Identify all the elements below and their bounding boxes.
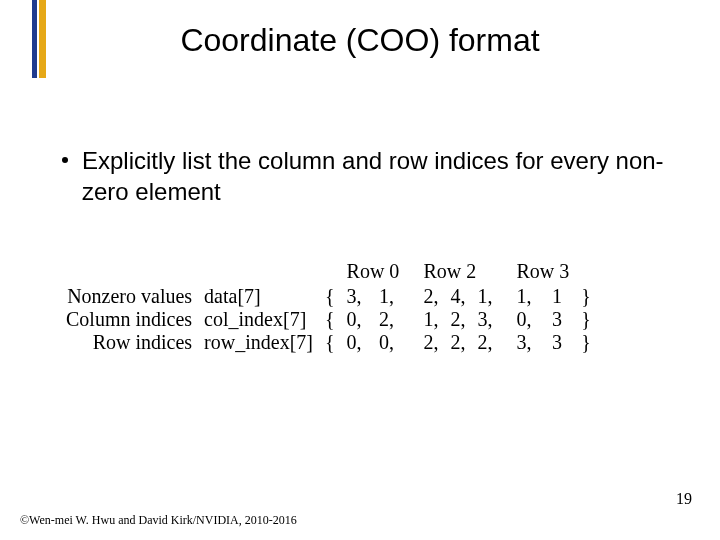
- cell: 2,: [373, 308, 405, 331]
- cell: 2,: [444, 308, 471, 331]
- slide-number: 19: [676, 490, 692, 508]
- cell: 1: [546, 285, 575, 308]
- cell: 0,: [373, 331, 405, 354]
- coo-table: Row 0 Row 2 Row 3 Nonzero values data[7]…: [60, 260, 597, 354]
- bullet-dot-icon: [62, 157, 68, 163]
- data-row-values: Nonzero values data[7] { 3, 1, 2, 4, 1, …: [60, 285, 597, 308]
- cell: 1,: [471, 285, 498, 308]
- brace-close: }: [575, 331, 597, 354]
- cell: 3,: [471, 308, 498, 331]
- brace-open: {: [319, 331, 341, 354]
- cell: 2,: [444, 331, 471, 354]
- bullet-row: Explicitly list the column and row indic…: [62, 145, 698, 207]
- data-row-col-indices: Column indices col_index[7] { 0, 2, 1, 2…: [60, 308, 597, 331]
- cell: 1,: [510, 285, 546, 308]
- slide-title: Coordinate (COO) format: [0, 22, 720, 59]
- group-header-0: Row 0: [341, 260, 406, 285]
- brace-open: {: [319, 308, 341, 331]
- data-row-row-indices: Row indices row_index[7] { 0, 0, 2, 2, 2…: [60, 331, 597, 354]
- coo-table-wrap: Row 0 Row 2 Row 3 Nonzero values data[7]…: [60, 260, 597, 354]
- group-header-2: Row 3: [510, 260, 575, 285]
- brace-close: }: [575, 285, 597, 308]
- row-label: Nonzero values: [60, 285, 198, 308]
- cell: 4,: [444, 285, 471, 308]
- bullet-block: Explicitly list the column and row indic…: [62, 145, 698, 207]
- cell: 0,: [510, 308, 546, 331]
- brace-open: {: [319, 285, 341, 308]
- group-header-1: Row 2: [417, 260, 498, 285]
- bullet-text: Explicitly list the column and row indic…: [82, 145, 698, 207]
- cell: 3: [546, 308, 575, 331]
- row-label: Column indices: [60, 308, 198, 331]
- cell: 3: [546, 331, 575, 354]
- copyright: ©Wen-mei W. Hwu and David Kirk/NVIDIA, 2…: [20, 513, 297, 528]
- array-name: row_index[7]: [198, 331, 319, 354]
- cell: 3,: [341, 285, 373, 308]
- group-header-row: Row 0 Row 2 Row 3: [60, 260, 597, 285]
- cell: 2,: [471, 331, 498, 354]
- cell: 2,: [417, 285, 444, 308]
- cell: 0,: [341, 308, 373, 331]
- cell: 0,: [341, 331, 373, 354]
- array-name: data[7]: [198, 285, 319, 308]
- cell: 1,: [373, 285, 405, 308]
- cell: 3,: [510, 331, 546, 354]
- cell: 1,: [417, 308, 444, 331]
- row-label: Row indices: [60, 331, 198, 354]
- cell: 2,: [417, 331, 444, 354]
- brace-close: }: [575, 308, 597, 331]
- array-name: col_index[7]: [198, 308, 319, 331]
